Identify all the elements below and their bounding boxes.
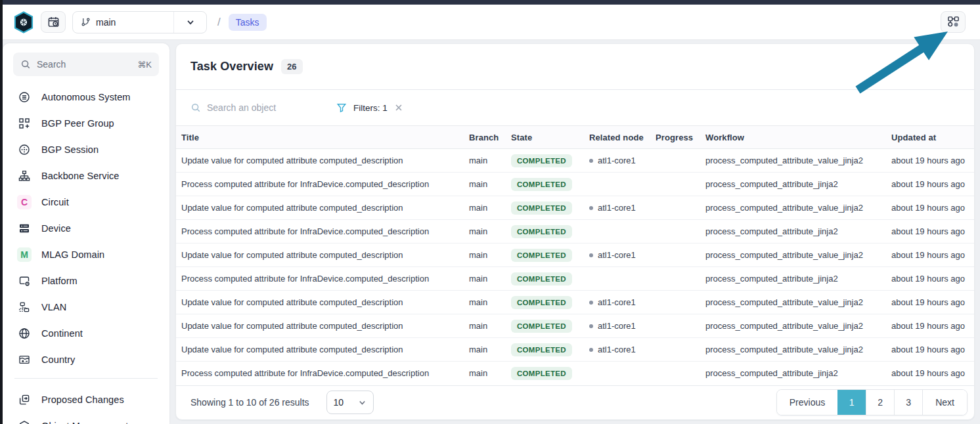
table-row[interactable]: Update value for computed attribute comp…	[176, 196, 974, 220]
sidebar-item-proposed-changes[interactable]: Proposed Changes	[13, 387, 159, 413]
m-letter-icon: M	[17, 247, 32, 262]
infrahub-logo-icon[interactable]	[13, 11, 34, 33]
branch-selector-caret[interactable]	[173, 12, 206, 33]
state-badge: COMPLETED	[511, 320, 572, 333]
time-travel-button[interactable]	[41, 11, 66, 33]
sidebar-divider	[14, 378, 158, 379]
cell-state: COMPLETED	[506, 314, 584, 338]
git-branch-icon	[81, 17, 91, 27]
state-badge: COMPLETED	[511, 249, 572, 262]
node-dot-icon	[589, 253, 593, 257]
sidebar-item-bgp-session[interactable]: BGP Session	[13, 137, 159, 163]
object-search-input[interactable]	[207, 102, 330, 113]
bgp-session-icon	[17, 142, 32, 157]
sidebar-item-label: Circuit	[41, 197, 69, 207]
cell-title: Update value for computed attribute comp…	[176, 291, 464, 314]
sidebar-item-vlan[interactable]: VLAN	[13, 294, 159, 320]
sidebar-item-platform[interactable]: Platform	[13, 268, 159, 294]
sidebar-search-input[interactable]	[37, 59, 131, 70]
sidebar-item-label: Backbone Service	[41, 171, 119, 181]
node-dot-icon	[589, 206, 593, 210]
sidebar-search[interactable]: ⌘K	[13, 53, 159, 76]
sidebar-item-circuit[interactable]: CCircuit	[13, 189, 159, 215]
cell-title: Update value for computed attribute comp…	[176, 338, 464, 362]
next-page-button[interactable]: Next	[922, 390, 967, 415]
table-row[interactable]: Update value for computed attribute comp…	[176, 244, 974, 267]
sidebar-item-backbone-service[interactable]: Backbone Service	[13, 163, 159, 189]
cell-workflow: process_computed_attribute_jinja2	[700, 362, 886, 385]
state-badge: COMPLETED	[511, 343, 572, 356]
cell-workflow: process_computed_attribute_value_jinja2	[700, 338, 886, 362]
col-branch: Branch	[464, 126, 506, 149]
cell-progress	[650, 267, 700, 291]
state-badge: COMPLETED	[511, 296, 572, 309]
sidebar-item-bgp-peer-group[interactable]: BGP Peer Group	[13, 110, 159, 137]
autonomous-system-icon	[17, 90, 32, 104]
pager-pages: 123	[837, 390, 922, 415]
page-title: Task Overview	[190, 60, 273, 74]
cell-title: Update value for computed attribute comp…	[176, 314, 464, 338]
table-row[interactable]: Update value for computed attribute comp…	[176, 314, 974, 338]
object-search[interactable]	[190, 102, 330, 113]
platform-icon	[17, 274, 32, 288]
cell-progress	[650, 362, 700, 385]
page-button-1[interactable]: 1	[837, 390, 866, 415]
previous-page-button[interactable]: Previous	[777, 390, 837, 415]
cell-title: Process computed attribute for InfraDevi…	[176, 220, 464, 244]
filters-control[interactable]: Filters: 1	[336, 102, 403, 113]
pagination-footer: Showing 1 to 10 of 26 results 10 Previou…	[176, 385, 974, 420]
results-summary: Showing 1 to 10 of 26 results	[190, 397, 309, 408]
sidebar-item-autonomous-system[interactable]: Autonomous System	[13, 84, 159, 110]
cell-updated-at: about 19 hours ago	[886, 173, 974, 196]
cell-branch: main	[464, 244, 506, 267]
breadcrumb-tasks[interactable]: Tasks	[229, 14, 267, 31]
table-row[interactable]: Update value for computed attribute comp…	[176, 291, 974, 314]
cell-updated-at: about 19 hours ago	[886, 244, 974, 267]
cell-updated-at: about 19 hours ago	[886, 338, 974, 362]
cell-progress	[650, 196, 700, 220]
table-row[interactable]: Process computed attribute for InfraDevi…	[176, 267, 974, 291]
sidebar-item-continent[interactable]: Continent	[13, 320, 159, 347]
branch-selector[interactable]: main	[72, 11, 207, 33]
sidebar-search-shortcut: ⌘K	[137, 60, 152, 70]
sidebar-item-device[interactable]: Device	[13, 215, 159, 242]
page-button-2[interactable]: 2	[866, 390, 894, 415]
cell-workflow: process_computed_attribute_value_jinja2	[700, 291, 886, 314]
page-button-3[interactable]: 3	[894, 390, 922, 415]
page-size-select[interactable]: 10	[326, 391, 374, 414]
cell-related-node	[584, 220, 650, 244]
breadcrumb-separator: /	[217, 16, 221, 29]
table-row[interactable]: Process computed attribute for InfraDevi…	[176, 220, 974, 244]
table-row[interactable]: Process computed attribute for InfraDevi…	[176, 173, 974, 196]
schema-button[interactable]	[941, 11, 966, 33]
sidebar-item-label: Continent	[41, 328, 83, 339]
calendar-clock-icon	[47, 16, 60, 28]
cell-progress	[650, 338, 700, 362]
cell-title: Process computed attribute for InfraDevi…	[176, 267, 464, 291]
cell-progress	[650, 220, 700, 244]
cell-related-node	[584, 173, 650, 196]
sidebar-item-label: VLAN	[41, 302, 66, 312]
clear-filters-icon[interactable]	[394, 103, 403, 112]
proposed-changes-icon	[17, 392, 32, 407]
node-dot-icon	[589, 348, 593, 352]
table-row[interactable]: Process computed attribute for InfraDevi…	[176, 362, 974, 385]
cell-branch: main	[464, 338, 506, 362]
table-row[interactable]: Update value for computed attribute comp…	[176, 149, 974, 173]
cell-branch: main	[464, 149, 506, 173]
sidebar-item-object-management[interactable]: Object Management	[13, 413, 159, 424]
cell-branch: main	[464, 291, 506, 314]
backbone-service-icon	[17, 169, 32, 183]
bgp-peer-group-icon	[17, 116, 32, 131]
sidebar-item-country[interactable]: Country	[13, 347, 159, 373]
cell-related-node: atl1-core1	[584, 196, 650, 220]
sidebar-item-mlag-domain[interactable]: MMLAG Domain	[13, 242, 159, 268]
cell-workflow: process_computed_attribute_value_jinja2	[700, 314, 886, 338]
cell-progress	[650, 291, 700, 314]
object-management-icon	[17, 419, 32, 424]
cell-related-node: atl1-core1	[584, 314, 650, 338]
sidebar-item-label: MLAG Domain	[41, 249, 104, 260]
sidebar-item-label: BGP Peer Group	[41, 118, 114, 129]
table-row[interactable]: Update value for computed attribute comp…	[176, 338, 974, 362]
branch-selector-value: main	[73, 17, 173, 28]
